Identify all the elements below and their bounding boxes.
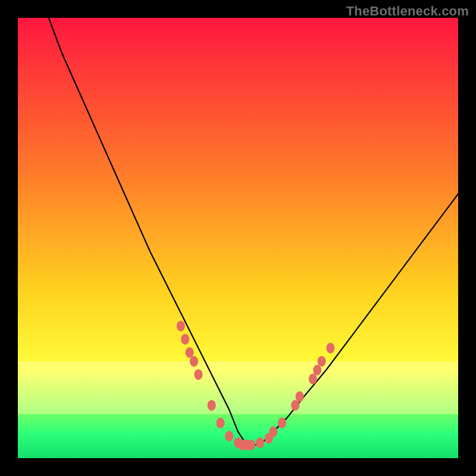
highlight-dot [225,431,233,441]
highlight-dot [278,418,286,428]
bottleneck-curve-chart [18,18,458,458]
highlight-dot [269,427,277,437]
chart-frame: TheBottleneck.com [0,0,476,476]
highlight-dot [177,321,185,331]
highlight-dot [208,400,216,411]
highlight-dot [309,374,317,384]
highlight-dot [186,347,194,358]
highlight-dot [296,391,304,402]
plot-area [18,18,458,458]
highlight-dot [313,365,321,375]
highlight-dot [247,440,255,450]
highlight-dot [216,418,224,428]
highlight-dot [181,334,189,345]
highlight-dot [194,369,202,380]
watermark-text: TheBottleneck.com [346,4,469,19]
highlight-dot [190,356,198,367]
highlight-dot [318,356,326,367]
highlight-dot [326,343,334,353]
highlight-dot [291,400,299,411]
pale-band [18,361,458,414]
highlight-dot [256,437,264,448]
